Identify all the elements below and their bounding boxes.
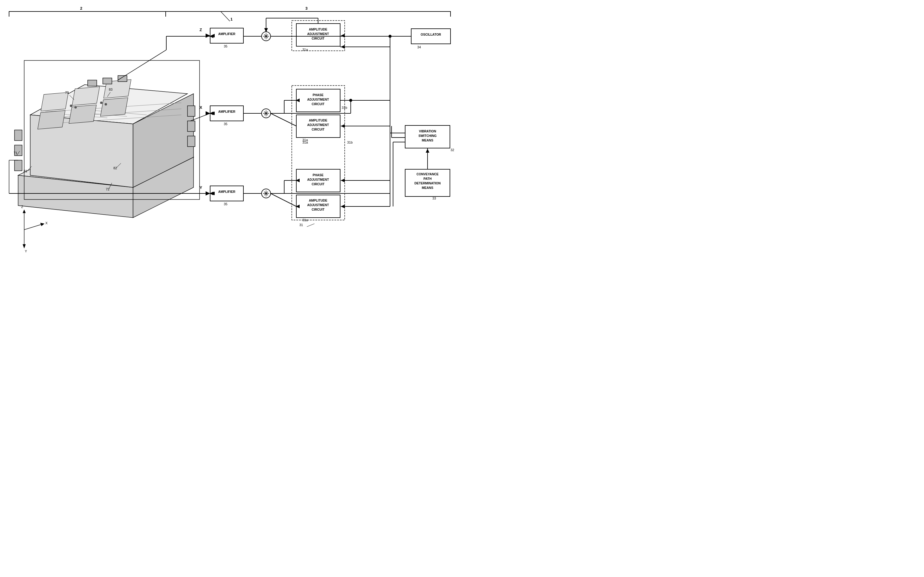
num-82: 82 <box>113 166 117 170</box>
diagram: 1 2 3 OSCILLATOR 34 Z AMPLIFIER 35 AMPLI… <box>0 0 462 288</box>
label-3: 3 <box>305 6 308 11</box>
z-label: Z <box>200 27 202 32</box>
conveyance-num: 33 <box>432 197 436 200</box>
conveyance-line4: MEANS <box>422 186 433 190</box>
num-31a-x: 31a <box>302 140 308 144</box>
svg-rect-109 <box>187 106 195 116</box>
x-amplifier-num: 35 <box>224 122 227 126</box>
svg-rect-103 <box>69 105 97 124</box>
svg-rect-111 <box>187 136 195 147</box>
svg-rect-102 <box>38 111 65 129</box>
svg-rect-110 <box>187 121 195 132</box>
z-amplitude-line2: ADJUSTMENT <box>307 32 329 35</box>
vibration-switching-line2: SWITCHING <box>418 134 437 137</box>
axis-y: Y <box>25 249 27 253</box>
y-amplifier-num: 35 <box>224 202 227 206</box>
svg-point-105 <box>70 105 72 107</box>
svg-line-35 <box>271 113 296 126</box>
vibration-switching-line3: MEANS <box>422 139 433 142</box>
x-amplitude-line2: ADJUSTMENT <box>307 123 329 127</box>
oscillator-label: OSCILLATOR <box>421 33 441 36</box>
conveyance-line2: PATH <box>423 177 431 181</box>
label-1: 1 <box>231 17 232 21</box>
num-83: 83 <box>109 88 113 91</box>
svg-rect-100 <box>72 87 100 105</box>
svg-marker-83 <box>426 149 429 153</box>
svg-rect-114 <box>15 160 22 171</box>
axis-z: Z <box>21 205 23 209</box>
svg-rect-115 <box>88 80 97 86</box>
y-amplifier-label: AMPLIFIER <box>218 190 235 193</box>
svg-marker-125 <box>23 210 26 213</box>
x-label: X <box>200 105 202 110</box>
y-phase-line1: PHASE <box>313 173 324 177</box>
num-71: 71 <box>14 151 17 155</box>
svg-marker-46 <box>341 124 345 128</box>
svg-point-108 <box>105 103 107 105</box>
x-phase-num: 31b <box>342 106 347 110</box>
svg-rect-25 <box>210 106 243 121</box>
y-phase-line3: CIRCUIT <box>312 182 325 186</box>
z-amplitude-line1: AMPLITUDE <box>309 27 327 31</box>
svg-rect-4 <box>210 28 243 43</box>
y-amplitude-line1: AMPLITUDE <box>309 198 327 202</box>
vibration-num: 32 <box>450 148 454 152</box>
label-2: 2 <box>80 6 82 11</box>
svg-marker-23 <box>341 34 345 37</box>
svg-rect-104 <box>100 98 128 116</box>
z-amplifier-label: AMPLIFIER <box>218 32 235 35</box>
x-amplitude-line3: CIRCUIT <box>312 127 325 131</box>
svg-rect-99 <box>41 92 68 111</box>
svg-point-106 <box>74 106 77 108</box>
conveyance-line1: CONVEYANCE <box>416 172 439 176</box>
num-31b-x: 31b <box>347 140 353 144</box>
svg-marker-129 <box>23 244 26 248</box>
svg-marker-127 <box>40 223 44 226</box>
svg-line-0 <box>221 11 230 21</box>
axis-x: X <box>45 221 48 225</box>
svg-marker-5 <box>206 34 210 38</box>
y-label: Y <box>200 185 202 190</box>
svg-rect-116 <box>103 78 112 84</box>
svg-line-64 <box>271 193 296 206</box>
x-amplitude-line1: AMPLITUDE <box>309 118 327 122</box>
y-amplitude-line2: ADJUSTMENT <box>307 203 329 207</box>
svg-line-86 <box>307 224 314 227</box>
z-amplifier-num: 35 <box>224 44 227 48</box>
x-amplifier-label: AMPLIFIER <box>218 110 235 113</box>
svg-marker-68 <box>341 205 345 208</box>
vibration-switching-line1: VIBRATION <box>419 129 436 133</box>
svg-marker-22 <box>341 45 345 49</box>
svg-rect-112 <box>15 130 22 140</box>
svg-rect-117 <box>118 76 127 82</box>
x-phase-line3: CIRCUIT <box>312 102 325 106</box>
y-amplitude-line3: CIRCUIT <box>312 208 325 211</box>
x-phase-line2: ADJUSTMENT <box>307 98 329 101</box>
svg-rect-1 <box>411 29 450 44</box>
svg-rect-49 <box>210 186 243 201</box>
num-73: 73 <box>65 91 69 94</box>
y-phase-line2: ADJUSTMENT <box>307 178 329 181</box>
oscillator-num: 34 <box>417 45 421 49</box>
num-31: 31 <box>299 223 303 227</box>
svg-point-107 <box>100 102 103 104</box>
conveyance-line3: DETERMINATION <box>414 181 441 185</box>
x-phase-line1: PHASE <box>313 93 324 97</box>
z-amplitude-line3: CIRCUIT <box>312 37 325 40</box>
num-72: 72 <box>106 187 110 191</box>
svg-line-130 <box>118 50 166 80</box>
